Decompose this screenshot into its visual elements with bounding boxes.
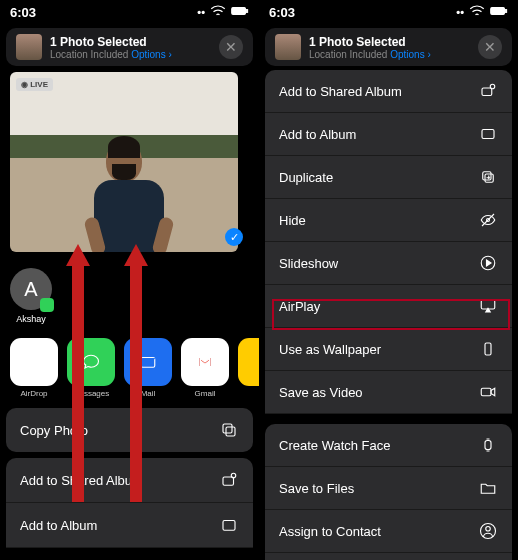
live-badge: ◉ LIVE [16,78,53,91]
header-subtitle: Location Included Options › [50,49,211,60]
right-action-list-2: Create Watch Face Save to Files Assign t… [265,424,512,560]
hide-icon [478,210,498,230]
svg-rect-12 [505,10,506,13]
battery-icon [490,2,508,22]
action-airplay[interactable]: AirPlay [265,285,512,328]
action-duplicate[interactable]: Duplicate [265,156,512,199]
svg-rect-1 [246,10,247,13]
action-print[interactable]: Print [265,553,512,560]
battery-icon [231,2,249,22]
contact-avatar: A [10,268,52,310]
svg-rect-10 [223,521,235,531]
action-save-files[interactable]: Save to Files [265,467,512,510]
signal-icon: •• [197,6,205,18]
svg-rect-23 [485,441,491,450]
album-icon [478,124,498,144]
app-gmail[interactable]: Gmail [181,338,229,398]
header-thumbnail [16,34,42,60]
photo-image [10,72,238,252]
status-bar: 6:03 •• [259,0,518,24]
svg-rect-21 [485,343,491,355]
status-time: 6:03 [269,5,295,20]
svg-point-3 [29,357,40,368]
watch-icon [478,435,498,455]
action-wallpaper[interactable]: Use as Wallpaper [265,328,512,371]
options-link[interactable]: Options › [390,49,431,60]
action-watch-face[interactable]: Create Watch Face [265,424,512,467]
action-slideshow[interactable]: Slideshow [265,242,512,285]
header-subtitle: Location Included Options › [309,49,470,60]
shared-album-icon [478,81,498,101]
status-bar: 6:03 •• [0,0,259,24]
close-button[interactable]: ✕ [478,35,502,59]
action-add-album[interactable]: Add to Album [6,503,253,548]
svg-point-24 [486,527,491,532]
status-indicators: •• [197,2,249,22]
action-hide[interactable]: Hide [265,199,512,242]
more-app-icon [238,338,259,386]
svg-point-2 [32,360,37,365]
signal-icon: •• [456,6,464,18]
svg-rect-22 [481,388,491,396]
svg-rect-17 [483,172,491,180]
wallpaper-icon [478,339,498,359]
header-thumbnail [275,34,301,60]
contact-icon [478,521,498,541]
right-action-list-1: Add to Shared Album Add to Album Duplica… [265,70,512,414]
svg-point-14 [490,84,495,89]
folder-icon [478,478,498,498]
header-title: 1 Photo Selected [309,35,470,49]
share-header: 1 Photo Selected Location Included Optio… [6,28,253,66]
messages-badge-icon [40,298,54,312]
svg-rect-13 [482,88,492,96]
action-add-album[interactable]: Add to Album [265,113,512,156]
play-icon [478,253,498,273]
duplicate-icon [478,167,498,187]
svg-rect-8 [223,477,234,485]
wifi-icon [468,2,486,22]
header-title: 1 Photo Selected [50,35,211,49]
shared-album-icon [219,470,239,490]
wifi-icon [209,2,227,22]
share-header: 1 Photo Selected Location Included Optio… [265,28,512,66]
photo-preview[interactable]: ◉ LIVE ✓ [10,72,249,252]
app-airdrop[interactable]: AirDrop [10,338,58,398]
gmail-icon [181,338,229,386]
app-more[interactable] [238,338,259,398]
screen-left: 6:03 •• 1 Photo Selected Location Includ… [0,0,259,560]
selected-check-icon: ✓ [225,228,243,246]
action-save-as-video[interactable]: Save as Video [265,371,512,414]
svg-rect-11 [491,8,505,15]
svg-rect-6 [226,427,235,436]
action-assign-contact[interactable]: Assign to Contact [265,510,512,553]
contact-name: Akshay [10,314,52,324]
contact-item[interactable]: A Akshay [10,268,52,324]
airplay-icon [478,296,498,316]
status-indicators: •• [456,2,508,22]
svg-rect-15 [482,130,494,139]
screen-right: 6:03 •• 1 Photo Selected Location Includ… [259,0,518,560]
annotation-arrow-1 [72,262,84,502]
status-time: 6:03 [10,5,36,20]
annotation-arrow-2 [130,262,142,502]
close-button[interactable]: ✕ [219,35,243,59]
options-link[interactable]: Options › [131,49,172,60]
airdrop-icon [10,338,58,386]
album-icon [219,515,239,535]
video-icon [478,382,498,402]
svg-rect-7 [223,424,232,433]
copy-icon [219,420,239,440]
svg-rect-0 [232,8,246,15]
action-add-shared-album[interactable]: Add to Shared Album [265,70,512,113]
